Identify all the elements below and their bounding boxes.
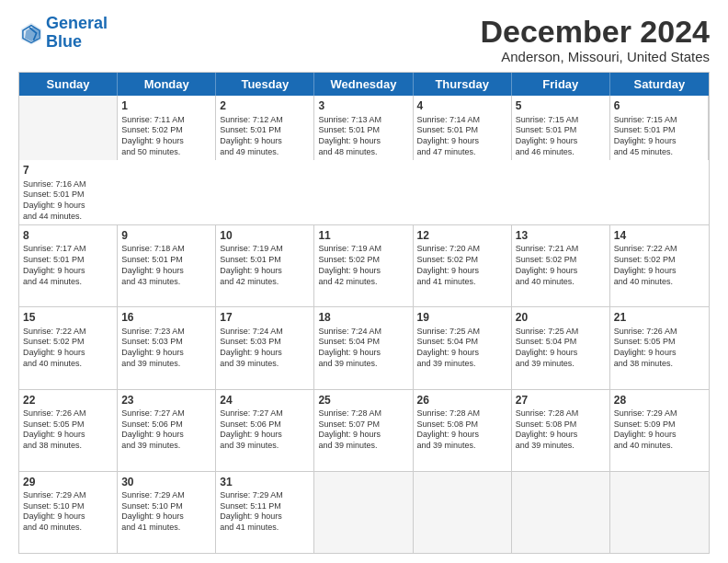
calendar-cell: 6Sunrise: 7:15 AM Sunset: 5:01 PM Daylig…: [610, 96, 709, 160]
day-number: 28: [614, 393, 705, 408]
calendar-cell: 22Sunrise: 7:26 AM Sunset: 5:05 PM Dayli…: [19, 390, 118, 471]
day-header: Sunday: [19, 73, 118, 96]
day-header: Tuesday: [216, 73, 314, 96]
title-block: December 2024 Anderson, Missouri, United…: [480, 15, 710, 64]
calendar-cell: 15Sunrise: 7:22 AM Sunset: 5:02 PM Dayli…: [19, 307, 118, 388]
day-info: Sunrise: 7:24 AM Sunset: 5:03 PM Dayligh…: [220, 327, 310, 370]
calendar-cell: 20Sunrise: 7:25 AM Sunset: 5:04 PM Dayli…: [512, 307, 610, 388]
calendar-cell: 4Sunrise: 7:14 AM Sunset: 5:01 PM Daylig…: [414, 96, 512, 160]
day-info: Sunrise: 7:24 AM Sunset: 5:04 PM Dayligh…: [318, 327, 408, 370]
day-number: 7: [23, 163, 114, 178]
day-info: Sunrise: 7:27 AM Sunset: 5:06 PM Dayligh…: [121, 408, 211, 452]
day-info: Sunrise: 7:23 AM Sunset: 5:03 PM Dayligh…: [121, 327, 211, 370]
calendar-row: 15Sunrise: 7:22 AM Sunset: 5:02 PM Dayli…: [19, 307, 709, 389]
day-info: Sunrise: 7:21 AM Sunset: 5:02 PM Dayligh…: [516, 244, 606, 287]
day-info: Sunrise: 7:19 AM Sunset: 5:01 PM Dayligh…: [220, 244, 310, 287]
calendar-cell: 2Sunrise: 7:12 AM Sunset: 5:01 PM Daylig…: [216, 96, 314, 160]
calendar-cell: 14Sunrise: 7:22 AM Sunset: 5:02 PM Dayli…: [610, 225, 709, 306]
day-info: Sunrise: 7:14 AM Sunset: 5:01 PM Dayligh…: [417, 115, 507, 158]
day-header: Saturday: [610, 73, 709, 96]
subtitle: Anderson, Missouri, United States: [480, 49, 710, 64]
day-number: 1: [121, 98, 211, 113]
day-info: Sunrise: 7:29 AM Sunset: 5:10 PM Dayligh…: [23, 490, 113, 534]
day-info: Sunrise: 7:28 AM Sunset: 5:07 PM Dayligh…: [318, 408, 408, 452]
day-info: Sunrise: 7:17 AM Sunset: 5:01 PM Dayligh…: [23, 244, 113, 287]
day-info: Sunrise: 7:26 AM Sunset: 5:05 PM Dayligh…: [614, 327, 705, 370]
day-info: Sunrise: 7:11 AM Sunset: 5:02 PM Dayligh…: [121, 115, 211, 158]
day-number: 16: [121, 310, 211, 325]
calendar-body: 1Sunrise: 7:11 AM Sunset: 5:02 PM Daylig…: [19, 96, 709, 553]
day-number: 5: [516, 98, 606, 113]
calendar-cell: 1Sunrise: 7:11 AM Sunset: 5:02 PM Daylig…: [118, 96, 216, 160]
calendar-cell: 10Sunrise: 7:19 AM Sunset: 5:01 PM Dayli…: [216, 225, 314, 306]
calendar-row: 8Sunrise: 7:17 AM Sunset: 5:01 PM Daylig…: [19, 225, 709, 307]
day-number: 9: [121, 228, 211, 243]
day-number: 27: [516, 393, 606, 408]
day-info: Sunrise: 7:25 AM Sunset: 5:04 PM Dayligh…: [417, 327, 507, 370]
calendar-cell: [19, 96, 118, 160]
day-number: 31: [220, 475, 310, 489]
day-number: 14: [614, 228, 705, 243]
calendar-cell: 7Sunrise: 7:16 AM Sunset: 5:01 PM Daylig…: [19, 160, 118, 224]
day-info: Sunrise: 7:28 AM Sunset: 5:08 PM Dayligh…: [516, 408, 606, 452]
calendar-cell: [414, 472, 512, 553]
day-info: Sunrise: 7:19 AM Sunset: 5:02 PM Dayligh…: [318, 244, 408, 287]
calendar-cell: 25Sunrise: 7:28 AM Sunset: 5:07 PM Dayli…: [314, 390, 413, 471]
day-header: Wednesday: [314, 73, 413, 96]
day-info: Sunrise: 7:18 AM Sunset: 5:01 PM Dayligh…: [121, 244, 211, 287]
day-number: 11: [318, 228, 408, 243]
calendar-cell: 31Sunrise: 7:29 AM Sunset: 5:11 PM Dayli…: [216, 472, 314, 553]
day-header: Friday: [512, 73, 610, 96]
day-number: 26: [417, 393, 507, 408]
main-title: December 2024: [480, 15, 710, 49]
logo-icon: [18, 20, 44, 46]
logo: General Blue: [18, 15, 108, 52]
calendar-cell: [512, 472, 610, 553]
day-info: Sunrise: 7:12 AM Sunset: 5:01 PM Dayligh…: [220, 115, 310, 158]
calendar-cell: 8Sunrise: 7:17 AM Sunset: 5:01 PM Daylig…: [19, 225, 118, 306]
calendar-header: SundayMondayTuesdayWednesdayThursdayFrid…: [19, 73, 709, 96]
day-number: 18: [318, 310, 408, 325]
calendar-cell: 21Sunrise: 7:26 AM Sunset: 5:05 PM Dayli…: [610, 307, 709, 388]
day-number: 17: [220, 310, 310, 325]
day-info: Sunrise: 7:22 AM Sunset: 5:02 PM Dayligh…: [23, 327, 113, 370]
day-info: Sunrise: 7:22 AM Sunset: 5:02 PM Dayligh…: [614, 244, 705, 287]
calendar-cell: 16Sunrise: 7:23 AM Sunset: 5:03 PM Dayli…: [118, 307, 216, 388]
calendar-cell: 29Sunrise: 7:29 AM Sunset: 5:10 PM Dayli…: [19, 472, 118, 553]
day-header: Thursday: [414, 73, 512, 96]
day-number: 13: [516, 228, 606, 243]
calendar-row: 29Sunrise: 7:29 AM Sunset: 5:10 PM Dayli…: [19, 472, 709, 553]
day-number: 23: [121, 393, 211, 408]
calendar-cell: [314, 472, 413, 553]
calendar-cell: 28Sunrise: 7:29 AM Sunset: 5:09 PM Dayli…: [610, 390, 709, 471]
header: General Blue December 2024 Anderson, Mis…: [18, 15, 710, 64]
day-number: 30: [121, 475, 211, 489]
calendar-cell: 9Sunrise: 7:18 AM Sunset: 5:01 PM Daylig…: [118, 225, 216, 306]
day-number: 3: [318, 98, 408, 113]
calendar-row: 22Sunrise: 7:26 AM Sunset: 5:05 PM Dayli…: [19, 390, 709, 472]
day-number: 4: [417, 98, 507, 113]
calendar-cell: 23Sunrise: 7:27 AM Sunset: 5:06 PM Dayli…: [118, 390, 216, 471]
day-info: Sunrise: 7:15 AM Sunset: 5:01 PM Dayligh…: [614, 115, 704, 158]
day-info: Sunrise: 7:15 AM Sunset: 5:01 PM Dayligh…: [516, 115, 606, 158]
day-info: Sunrise: 7:27 AM Sunset: 5:06 PM Dayligh…: [220, 408, 310, 452]
calendar-cell: 19Sunrise: 7:25 AM Sunset: 5:04 PM Dayli…: [414, 307, 512, 388]
day-number: 25: [318, 393, 408, 408]
calendar-cell: 13Sunrise: 7:21 AM Sunset: 5:02 PM Dayli…: [512, 225, 610, 306]
calendar-cell: [610, 472, 709, 553]
calendar-cell: 24Sunrise: 7:27 AM Sunset: 5:06 PM Dayli…: [216, 390, 314, 471]
day-info: Sunrise: 7:16 AM Sunset: 5:01 PM Dayligh…: [23, 179, 114, 223]
day-info: Sunrise: 7:25 AM Sunset: 5:04 PM Dayligh…: [516, 327, 606, 370]
calendar-cell: 30Sunrise: 7:29 AM Sunset: 5:10 PM Dayli…: [118, 472, 216, 553]
day-info: Sunrise: 7:29 AM Sunset: 5:11 PM Dayligh…: [220, 490, 310, 534]
day-info: Sunrise: 7:28 AM Sunset: 5:08 PM Dayligh…: [417, 408, 507, 452]
day-number: 24: [220, 393, 310, 408]
day-number: 10: [220, 228, 310, 243]
day-info: Sunrise: 7:29 AM Sunset: 5:10 PM Dayligh…: [121, 490, 211, 534]
day-number: 2: [220, 98, 310, 113]
page: General Blue December 2024 Anderson, Mis…: [0, 0, 728, 563]
day-number: 20: [516, 310, 606, 325]
calendar-cell: 17Sunrise: 7:24 AM Sunset: 5:03 PM Dayli…: [216, 307, 314, 388]
day-info: Sunrise: 7:20 AM Sunset: 5:02 PM Dayligh…: [417, 244, 507, 287]
calendar-cell: 18Sunrise: 7:24 AM Sunset: 5:04 PM Dayli…: [314, 307, 413, 388]
